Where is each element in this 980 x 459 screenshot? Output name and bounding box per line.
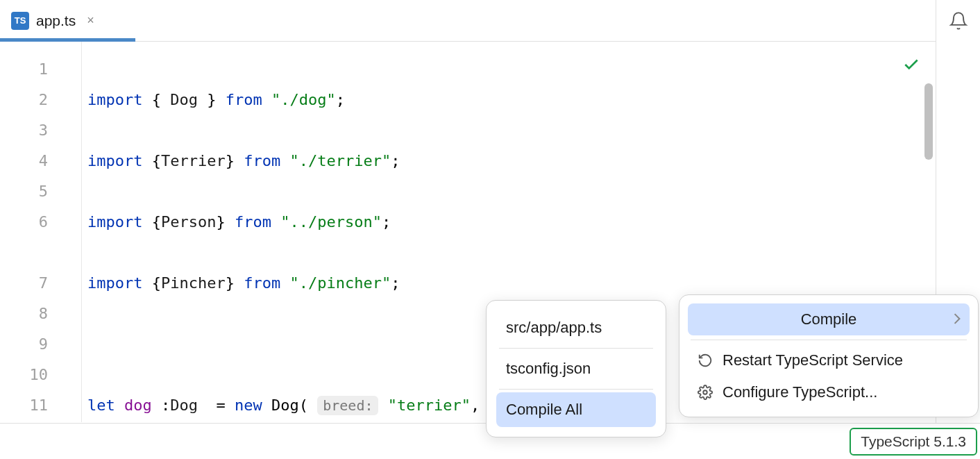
- svg-point-0: [703, 390, 707, 394]
- typescript-file-icon: TS: [11, 12, 29, 30]
- inspection-ok-icon[interactable]: [902, 56, 920, 76]
- inlay-hint: breed:: [317, 396, 378, 415]
- menu-item-label: Compile: [801, 310, 857, 328]
- close-tab-icon[interactable]: ×: [83, 13, 99, 28]
- line-number: 7: [0, 268, 48, 299]
- line-number: 10: [0, 360, 48, 390]
- gear-icon: [698, 385, 713, 400]
- compile-menu-item[interactable]: Compile: [688, 303, 970, 335]
- restart-icon: [698, 353, 713, 368]
- line-number: 8: [0, 299, 48, 329]
- menu-item-label: Configure TypeScript...: [723, 383, 877, 401]
- typescript-menu: Compile Restart TypeScript Service Confi…: [679, 294, 979, 417]
- compile-submenu: src/app/app.ts tsconfig.json Compile All: [486, 300, 666, 437]
- menu-separator: [499, 348, 653, 349]
- notifications-bell-icon[interactable]: [949, 11, 968, 31]
- compile-target-item[interactable]: src/app/app.ts: [496, 310, 656, 345]
- menu-item-label: Restart TypeScript Service: [723, 351, 903, 369]
- menu-separator: [499, 389, 653, 390]
- line-number: 4: [0, 146, 48, 176]
- menu-separator: [691, 340, 967, 340]
- line-number: 3: [0, 115, 48, 146]
- configure-typescript-item[interactable]: Configure TypeScript...: [688, 376, 970, 408]
- restart-service-item[interactable]: Restart TypeScript Service: [688, 344, 970, 376]
- compile-target-item[interactable]: tsconfig.json: [496, 351, 656, 386]
- chevron-right-icon: [953, 310, 961, 328]
- line-number: [0, 237, 48, 268]
- code-line: import { Dog } from "./dog";: [87, 85, 980, 115]
- code-line: import {Terrier} from "./terrier";: [87, 146, 980, 176]
- code-line: import {Person} from "../person";: [87, 207, 980, 237]
- line-number: 5: [0, 176, 48, 207]
- compile-all-item[interactable]: Compile All: [496, 392, 656, 427]
- editor-tab[interactable]: TS app.ts ×: [8, 0, 101, 41]
- line-number: 11: [0, 390, 48, 421]
- line-number: 6: [0, 207, 48, 237]
- line-number: 9: [0, 329, 48, 360]
- typescript-version-widget[interactable]: TypeScript 5.1.3: [850, 428, 977, 456]
- line-number: 1: [0, 54, 48, 85]
- line-number: 2: [0, 85, 48, 115]
- tab-bar: TS app.ts × ⋮: [0, 0, 980, 42]
- line-number-gutter: 1 2 3 4 5 6 7 8 9 10 11: [0, 42, 82, 422]
- tab-filename: app.ts: [36, 12, 76, 29]
